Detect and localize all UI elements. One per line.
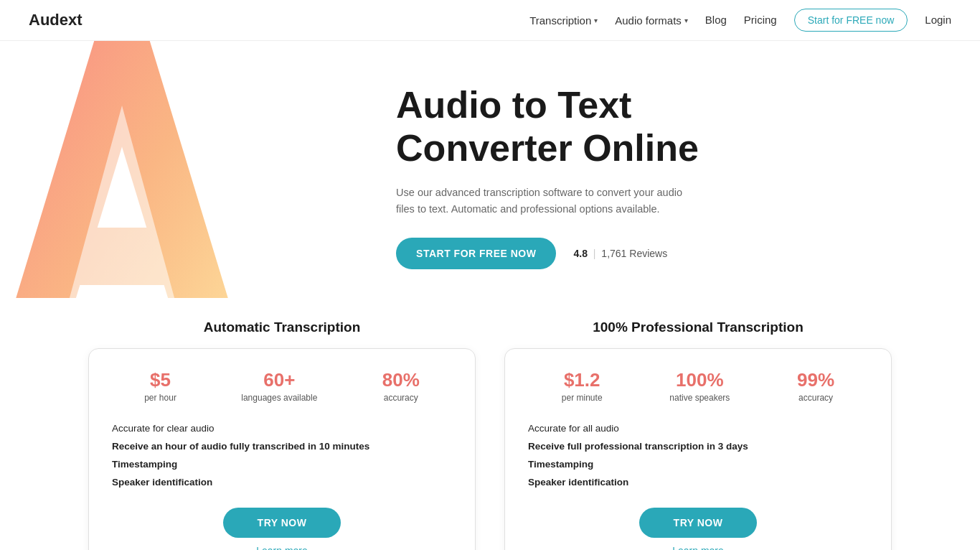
list-item: Receive full professional transcription … [528,441,868,452]
chevron-down-icon: ▾ [594,17,598,24]
card1-learn-more[interactable]: Learn more [256,545,308,550]
card-column-automatic: Automatic Transcription $5 per hour 60+ … [74,320,490,550]
nav-item-pricing[interactable]: Pricing [744,14,777,27]
hero-cta-button[interactable]: START FOR FREE NOW [396,238,556,269]
card2-btn-row: TRY NOW Learn more [528,508,868,550]
hero-content: Audio to Text Converter Online Use our a… [396,84,699,269]
card1-try-button[interactable]: TRY NOW [223,508,341,538]
card-automatic: $5 per hour 60+ languages available 80% … [88,348,476,550]
nav-item-audio-formats[interactable]: Audio formats ▾ [615,14,688,27]
nav-link-blog[interactable]: Blog [705,14,727,26]
card1-features: Accurate for clear audio Receive an hour… [112,423,452,488]
card1-section-title: Automatic Transcription [88,320,476,335]
nav-link-audio-formats[interactable]: Audio formats ▾ [615,14,688,27]
card-column-professional: 100% Professional Transcription $1.2 per… [490,320,906,550]
chevron-down-icon: ▾ [684,17,688,24]
nav-link-pricing[interactable]: Pricing [744,14,777,26]
list-item: Accurate for clear audio [112,423,452,434]
hero-cta-row: START FOR FREE NOW 4.8 | 1,761 Reviews [396,238,699,269]
navbar: Audext Transcription ▾ Audio formats ▾ B… [0,0,980,41]
card2-stat-accuracy: 99% accuracy [797,369,834,403]
list-item: Speaker identification [112,477,452,488]
card2-section-title: 100% Professional Transcription [504,320,892,335]
nav-item-login[interactable]: Login [925,14,951,27]
card1-btn-row: TRY NOW Learn more [112,508,452,550]
hero-background-letter [0,41,323,298]
card2-learn-more[interactable]: Learn more [672,545,724,550]
card2-stat-price: $1.2 per minute [562,369,603,403]
start-free-button[interactable]: Start for FREE now [794,9,908,32]
review-text: 4.8 | 1,761 Reviews [573,248,667,259]
nav-item-blog[interactable]: Blog [705,14,727,27]
list-item: Timestamping [528,459,868,470]
card2-stats: $1.2 per minute 100% native speakers 99%… [528,369,868,403]
hero-section: Audio to Text Converter Online Use our a… [0,41,980,298]
card2-try-button[interactable]: TRY NOW [639,508,758,538]
list-item: Accurate for all audio [528,423,868,434]
cards-section: Automatic Transcription $5 per hour 60+ … [0,298,980,550]
nav-item-transcription[interactable]: Transcription ▾ [529,14,598,27]
card2-stat-speakers: 100% native speakers [669,369,730,403]
card1-stat-price: $5 per hour [144,369,176,403]
card1-stat-accuracy: 80% accuracy [382,369,420,403]
nav-link-transcription[interactable]: Transcription ▾ [529,14,598,27]
nav-item-start-free[interactable]: Start for FREE now [794,9,908,32]
card1-stat-languages: 60+ languages available [241,369,317,403]
card1-stats: $5 per hour 60+ languages available 80% … [112,369,452,403]
card2-features: Accurate for all audio Receive full prof… [528,423,868,488]
logo[interactable]: Audext [29,11,83,29]
nav-links: Transcription ▾ Audio formats ▾ Blog Pri… [529,9,951,32]
list-item: Speaker identification [528,477,868,488]
card-professional: $1.2 per minute 100% native speakers 99%… [504,348,892,550]
nav-link-login[interactable]: Login [925,14,951,26]
list-item: Timestamping [112,459,452,470]
list-item: Receive an hour of audio fully transcrib… [112,441,452,452]
hero-subtitle: Use our advanced transcription software … [396,185,697,218]
hero-title: Audio to Text Converter Online [396,84,699,170]
